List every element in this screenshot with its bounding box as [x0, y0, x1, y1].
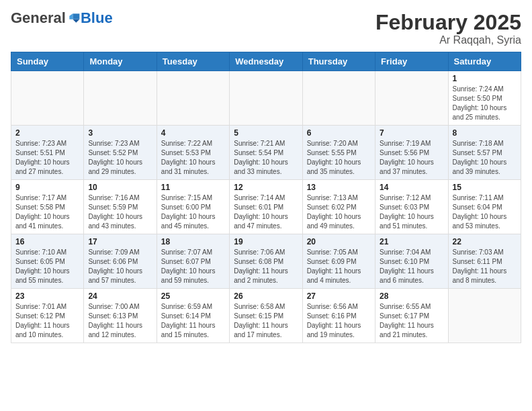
- day-number: 23: [15, 291, 79, 301]
- day-number: 17: [88, 237, 152, 246]
- day-number: 14: [380, 183, 443, 192]
- day-number: 10: [88, 183, 152, 192]
- calendar-cell: 16Sunrise: 7:10 AM Sunset: 6:05 PM Dayli…: [11, 234, 84, 289]
- logo-general-text: General: [11, 11, 66, 26]
- calendar-cell: 27Sunrise: 6:56 AM Sunset: 6:16 PM Dayli…: [302, 289, 375, 343]
- calendar-cell: 1Sunrise: 7:24 AM Sunset: 5:50 PM Daylig…: [448, 71, 521, 126]
- day-info: Sunrise: 7:22 AM Sunset: 5:53 PM Dayligh…: [161, 139, 225, 177]
- calendar-cell: 22Sunrise: 7:03 AM Sunset: 6:11 PM Dayli…: [448, 234, 521, 289]
- day-info: Sunrise: 6:56 AM Sunset: 6:16 PM Dayligh…: [307, 302, 371, 340]
- day-number: 13: [307, 183, 371, 192]
- calendar-cell: 5Sunrise: 7:21 AM Sunset: 5:54 PM Daylig…: [230, 126, 302, 180]
- page-header: General Blue February 2025 Ar Raqqah, Sy…: [11, 11, 521, 46]
- calendar-subtitle: Ar Raqqah, Syria: [375, 34, 521, 46]
- calendar-cell: 26Sunrise: 6:58 AM Sunset: 6:15 PM Dayli…: [230, 289, 302, 343]
- day-info: Sunrise: 7:23 AM Sunset: 5:51 PM Dayligh…: [15, 139, 79, 177]
- day-info: Sunrise: 7:05 AM Sunset: 6:09 PM Dayligh…: [307, 248, 371, 285]
- day-number: 7: [380, 128, 443, 138]
- calendar-cell: [448, 289, 521, 343]
- calendar-title: February 2025: [375, 11, 521, 34]
- day-of-week-header: Thursday: [302, 52, 375, 71]
- calendar-week-row: 23Sunrise: 7:01 AM Sunset: 6:12 PM Dayli…: [11, 289, 521, 343]
- day-of-week-header: Saturday: [448, 52, 521, 71]
- day-of-week-header: Sunday: [11, 52, 84, 71]
- calendar-week-row: 9Sunrise: 7:17 AM Sunset: 5:58 PM Daylig…: [11, 180, 521, 234]
- day-info: Sunrise: 7:19 AM Sunset: 5:56 PM Dayligh…: [380, 139, 443, 177]
- day-of-week-header: Friday: [375, 52, 448, 71]
- day-number: 1: [453, 74, 517, 83]
- day-info: Sunrise: 7:16 AM Sunset: 5:59 PM Dayligh…: [88, 193, 152, 231]
- calendar-week-row: 16Sunrise: 7:10 AM Sunset: 6:05 PM Dayli…: [11, 234, 521, 289]
- day-number: 19: [234, 237, 298, 246]
- day-info: Sunrise: 6:55 AM Sunset: 6:17 PM Dayligh…: [380, 302, 443, 340]
- day-info: Sunrise: 7:17 AM Sunset: 5:58 PM Dayligh…: [15, 193, 79, 231]
- logo-icon: [67, 11, 81, 25]
- calendar-cell: 4Sunrise: 7:22 AM Sunset: 5:53 PM Daylig…: [157, 126, 229, 180]
- day-number: 15: [453, 183, 517, 192]
- day-number: 11: [161, 183, 225, 192]
- day-info: Sunrise: 7:06 AM Sunset: 6:08 PM Dayligh…: [234, 248, 298, 285]
- calendar-cell: 8Sunrise: 7:18 AM Sunset: 5:57 PM Daylig…: [448, 126, 521, 180]
- day-info: Sunrise: 7:20 AM Sunset: 5:55 PM Dayligh…: [307, 139, 371, 177]
- calendar-cell: 23Sunrise: 7:01 AM Sunset: 6:12 PM Dayli…: [11, 289, 84, 343]
- day-number: 4: [161, 128, 225, 138]
- day-info: Sunrise: 7:04 AM Sunset: 6:10 PM Dayligh…: [380, 248, 443, 285]
- day-number: 8: [453, 128, 517, 138]
- day-info: Sunrise: 7:18 AM Sunset: 5:57 PM Dayligh…: [453, 139, 517, 177]
- svg-marker-1: [73, 19, 79, 23]
- day-info: Sunrise: 7:07 AM Sunset: 6:07 PM Dayligh…: [161, 248, 225, 285]
- calendar-cell: 25Sunrise: 6:59 AM Sunset: 6:14 PM Dayli…: [157, 289, 229, 343]
- calendar-cell: [375, 71, 448, 126]
- day-number: 5: [234, 128, 298, 138]
- calendar-cell: 24Sunrise: 7:00 AM Sunset: 6:13 PM Dayli…: [84, 289, 157, 343]
- calendar-cell: [84, 71, 157, 126]
- day-info: Sunrise: 7:12 AM Sunset: 6:03 PM Dayligh…: [380, 193, 443, 231]
- calendar-cell: 18Sunrise: 7:07 AM Sunset: 6:07 PM Dayli…: [157, 234, 229, 289]
- day-info: Sunrise: 7:24 AM Sunset: 5:50 PM Dayligh…: [453, 85, 517, 122]
- day-of-week-header: Monday: [84, 52, 157, 71]
- day-info: Sunrise: 7:21 AM Sunset: 5:54 PM Dayligh…: [234, 139, 298, 177]
- calendar-table: SundayMondayTuesdayWednesdayThursdayFrid…: [11, 52, 521, 343]
- calendar-cell: 13Sunrise: 7:13 AM Sunset: 6:02 PM Dayli…: [302, 180, 375, 234]
- calendar-cell: 2Sunrise: 7:23 AM Sunset: 5:51 PM Daylig…: [11, 126, 84, 180]
- calendar-week-row: 2Sunrise: 7:23 AM Sunset: 5:51 PM Daylig…: [11, 126, 521, 180]
- day-number: 2: [15, 128, 79, 138]
- logo-blue-text: Blue: [81, 11, 113, 26]
- day-info: Sunrise: 7:01 AM Sunset: 6:12 PM Dayligh…: [15, 302, 79, 340]
- day-number: 27: [307, 291, 371, 301]
- calendar-cell: 11Sunrise: 7:15 AM Sunset: 6:00 PM Dayli…: [157, 180, 229, 234]
- day-number: 6: [307, 128, 371, 138]
- day-number: 28: [380, 291, 443, 301]
- calendar-cell: 20Sunrise: 7:05 AM Sunset: 6:09 PM Dayli…: [302, 234, 375, 289]
- calendar-cell: 14Sunrise: 7:12 AM Sunset: 6:03 PM Dayli…: [375, 180, 448, 234]
- day-info: Sunrise: 7:15 AM Sunset: 6:00 PM Dayligh…: [161, 193, 225, 231]
- day-number: 22: [453, 237, 517, 246]
- day-info: Sunrise: 7:03 AM Sunset: 6:11 PM Dayligh…: [453, 248, 517, 285]
- calendar-cell: 15Sunrise: 7:11 AM Sunset: 6:04 PM Dayli…: [448, 180, 521, 234]
- day-number: 24: [88, 291, 152, 301]
- day-number: 3: [88, 128, 152, 138]
- calendar-cell: 9Sunrise: 7:17 AM Sunset: 5:58 PM Daylig…: [11, 180, 84, 234]
- day-info: Sunrise: 7:00 AM Sunset: 6:13 PM Dayligh…: [88, 302, 152, 340]
- svg-marker-2: [69, 13, 73, 19]
- calendar-cell: 21Sunrise: 7:04 AM Sunset: 6:10 PM Dayli…: [375, 234, 448, 289]
- day-info: Sunrise: 6:59 AM Sunset: 6:14 PM Dayligh…: [161, 302, 225, 340]
- day-number: 18: [161, 237, 225, 246]
- day-number: 9: [15, 183, 79, 192]
- logo: General Blue: [11, 11, 113, 26]
- day-number: 21: [380, 237, 443, 246]
- calendar-cell: 17Sunrise: 7:09 AM Sunset: 6:06 PM Dayli…: [84, 234, 157, 289]
- calendar-cell: [230, 71, 302, 126]
- day-number: 12: [234, 183, 298, 192]
- day-info: Sunrise: 7:13 AM Sunset: 6:02 PM Dayligh…: [307, 193, 371, 231]
- day-number: 25: [161, 291, 225, 301]
- day-info: Sunrise: 6:58 AM Sunset: 6:15 PM Dayligh…: [234, 302, 298, 340]
- day-of-week-header: Tuesday: [157, 52, 229, 71]
- day-of-week-header: Wednesday: [230, 52, 302, 71]
- calendar-header-row: SundayMondayTuesdayWednesdayThursdayFrid…: [11, 52, 521, 71]
- day-info: Sunrise: 7:14 AM Sunset: 6:01 PM Dayligh…: [234, 193, 298, 231]
- calendar-cell: 12Sunrise: 7:14 AM Sunset: 6:01 PM Dayli…: [230, 180, 302, 234]
- calendar-week-row: 1Sunrise: 7:24 AM Sunset: 5:50 PM Daylig…: [11, 71, 521, 126]
- day-number: 16: [15, 237, 79, 246]
- title-area: February 2025 Ar Raqqah, Syria: [375, 11, 521, 46]
